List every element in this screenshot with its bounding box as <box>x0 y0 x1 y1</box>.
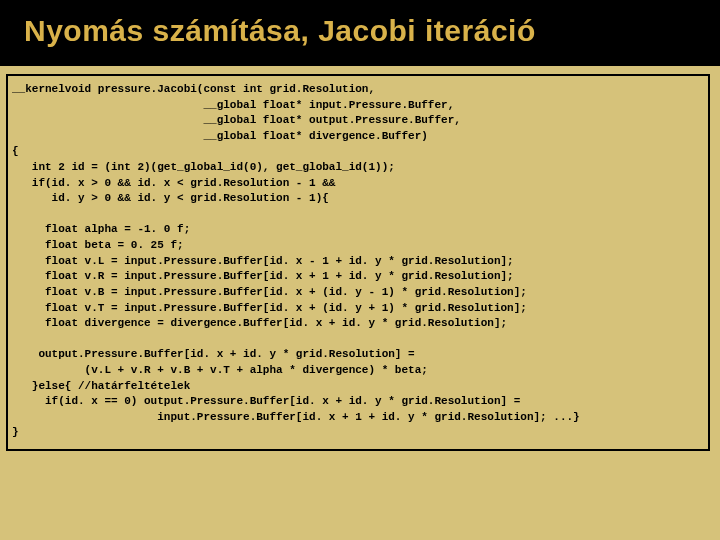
code-block: __kernelvoid pressure.Jacobi(const int g… <box>12 82 704 441</box>
code-frame: __kernelvoid pressure.Jacobi(const int g… <box>6 74 710 451</box>
slide-title: Nyomás számítása, Jacobi iteráció <box>0 0 720 66</box>
